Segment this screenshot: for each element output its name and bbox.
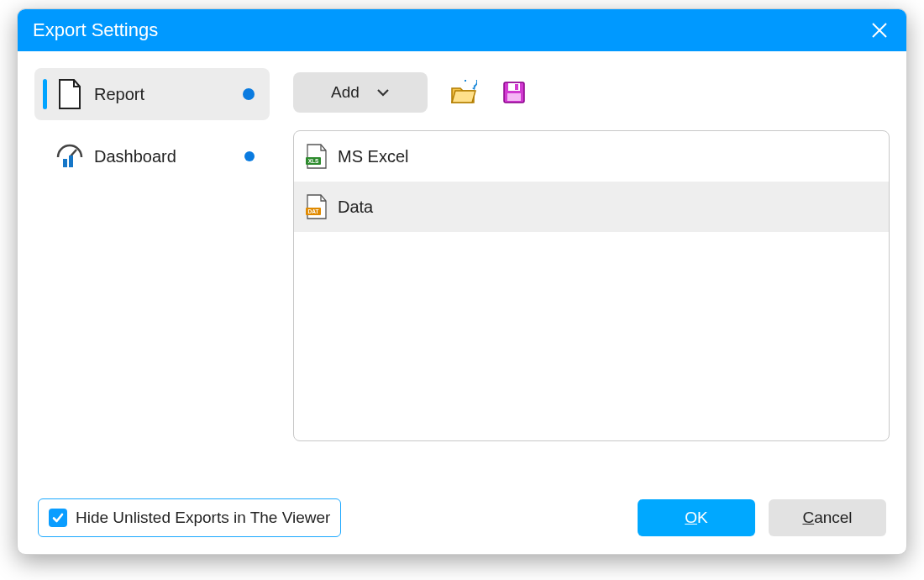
checkbox-box	[49, 509, 67, 527]
window-title: Export Settings	[33, 19, 158, 41]
sidebar-item-report[interactable]: Report	[34, 68, 270, 120]
floppy-icon	[502, 81, 526, 104]
gauge-icon	[52, 139, 87, 174]
ok-button-label: OK	[685, 509, 707, 527]
xls-file-icon: XLS	[306, 144, 328, 169]
content-area: Add	[293, 68, 890, 482]
ok-button[interactable]: OK	[638, 499, 755, 536]
list-item-label: Data	[338, 198, 373, 217]
cancel-button-label: Cancel	[802, 509, 852, 527]
sidebar-item-label: Report	[94, 85, 243, 104]
page-icon	[52, 76, 87, 112]
add-button-label: Add	[331, 83, 360, 102]
status-dot-icon	[243, 88, 255, 100]
list-item-data[interactable]: DAT Data	[294, 182, 889, 232]
dialog-footer: Hide Unlisted Exports in The Viewer OK C…	[18, 482, 906, 554]
close-icon	[871, 22, 888, 39]
svg-text:DAT: DAT	[308, 208, 319, 214]
sidebar-item-dashboard[interactable]: Dashboard	[34, 130, 270, 182]
hide-unlisted-checkbox[interactable]: Hide Unlisted Exports in The Viewer	[38, 498, 341, 537]
sidebar: Report Dashboard	[34, 68, 270, 482]
export-list[interactable]: XLS MS Excel DAT Data	[293, 130, 890, 441]
save-button[interactable]	[500, 78, 528, 107]
titlebar: Export Settings	[18, 9, 906, 51]
checkbox-label: Hide Unlisted Exports in The Viewer	[76, 509, 330, 527]
svg-text:XLS: XLS	[308, 158, 319, 164]
dialog-export-settings: Export Settings Report	[17, 8, 907, 555]
checkmark-icon	[51, 511, 65, 525]
open-folder-button[interactable]	[449, 78, 478, 107]
svg-rect-4	[69, 156, 73, 167]
svg-rect-7	[515, 84, 518, 90]
status-dot-icon	[244, 151, 255, 161]
chevron-down-icon	[376, 87, 390, 98]
svg-rect-3	[63, 159, 67, 167]
cancel-button[interactable]: Cancel	[769, 499, 886, 536]
svg-rect-8	[507, 93, 521, 101]
toolbar: Add	[293, 68, 890, 117]
dat-file-icon: DAT	[306, 194, 328, 219]
close-button[interactable]	[868, 18, 891, 42]
open-folder-icon	[450, 80, 477, 105]
selection-bar-icon	[43, 79, 47, 109]
add-button[interactable]: Add	[293, 72, 428, 113]
list-item-label: MS Excel	[338, 147, 408, 166]
sidebar-item-label: Dashboard	[94, 147, 244, 166]
list-item-ms-excel[interactable]: XLS MS Excel	[294, 131, 889, 182]
